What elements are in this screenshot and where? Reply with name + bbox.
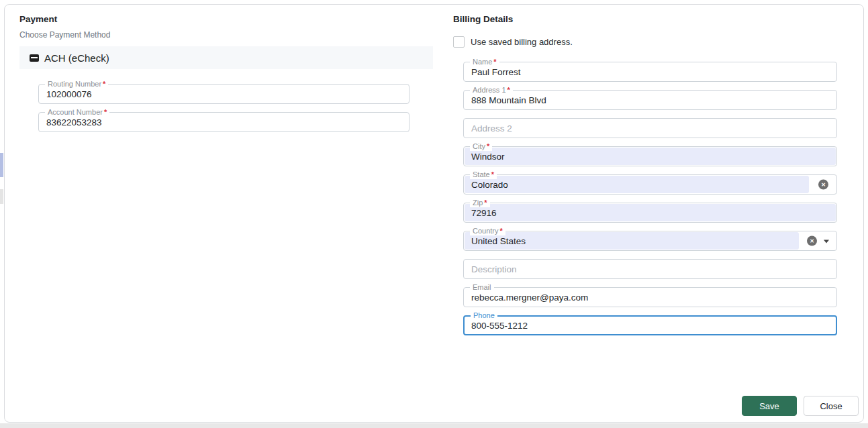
- required-marker: *: [104, 108, 107, 116]
- left-scrollbar-thumb[interactable]: [0, 153, 3, 177]
- field-value-address-1: 888 Mountain Blvd: [471, 95, 546, 105]
- field-label-routing-number: Routing Number*: [45, 80, 108, 89]
- required-marker: *: [491, 170, 494, 178]
- field-value-routing-number: 102000076: [46, 89, 92, 99]
- field-value-name: Paul Forrest: [471, 67, 521, 77]
- payment-fields-group: Routing Number*102000076Account Number*8…: [38, 84, 409, 132]
- field-label-email: Email: [470, 283, 494, 292]
- field-label-account-number: Account Number*: [45, 108, 109, 117]
- payment-section-title: Payment: [19, 14, 57, 24]
- field-label-zip: Zip*: [470, 199, 490, 207]
- field-label-phone: Phone: [471, 311, 497, 320]
- use-saved-address-checkbox[interactable]: [453, 36, 465, 48]
- save-button[interactable]: Save: [742, 396, 797, 416]
- required-marker: *: [103, 80, 105, 88]
- required-marker: *: [500, 227, 503, 235]
- autofill-highlight: [465, 204, 836, 221]
- page-background: Payment Choose Payment Method ACH (eChec…: [0, 0, 868, 428]
- field-state[interactable]: State*Colorado✕: [463, 174, 837, 195]
- required-marker: *: [487, 142, 489, 150]
- choose-payment-method-label: Choose Payment Method: [19, 30, 110, 40]
- field-value-phone: 800-555-1212: [471, 321, 528, 331]
- saved-address-row: Use saved billing address.: [453, 36, 573, 48]
- field-email[interactable]: Emailrebecca.mergner@paya.com: [463, 287, 837, 307]
- circle-x-icon[interactable]: ✕: [818, 180, 828, 190]
- field-value-country: United States: [471, 236, 526, 246]
- field-label-country: Country*: [470, 227, 505, 235]
- caret-down-icon[interactable]: [824, 240, 829, 244]
- field-value-city: Windsor: [471, 152, 505, 162]
- field-value-zip: 72916: [471, 208, 497, 218]
- field-placeholder-address-2: Address 2: [471, 123, 512, 133]
- payment-dialog-panel: Payment Choose Payment Method ACH (eChec…: [4, 4, 864, 423]
- field-city[interactable]: City*Windsor: [463, 146, 837, 166]
- required-marker: *: [493, 58, 496, 66]
- field-label-state: State*: [470, 170, 497, 179]
- circle-x-icon[interactable]: ✕: [807, 236, 817, 246]
- field-value-email: rebecca.mergner@paya.com: [471, 292, 588, 303]
- billing-section-title: Billing Details: [453, 14, 513, 24]
- field-phone[interactable]: Phone800-555-1212: [463, 315, 837, 335]
- field-label-address-1: Address 1*: [470, 86, 513, 95]
- field-value-account-number: 83622053283: [46, 117, 102, 127]
- payment-method-ach-row[interactable]: ACH (eCheck): [19, 46, 433, 69]
- field-account-number[interactable]: Account Number*83622053283: [38, 112, 409, 132]
- field-routing-number[interactable]: Routing Number*102000076: [38, 84, 409, 104]
- required-marker: *: [508, 86, 510, 94]
- card-icon: [30, 54, 39, 62]
- use-saved-address-label: Use saved billing address.: [471, 37, 573, 47]
- payment-method-label: ACH (eCheck): [44, 52, 109, 64]
- billing-fields-group: Name*Paul ForrestAddress 1*888 Mountain …: [463, 62, 837, 335]
- field-address-2[interactable]: Address 2: [463, 118, 837, 138]
- autofill-highlight: [465, 148, 836, 165]
- field-placeholder-description: Description: [471, 264, 517, 274]
- field-address-1[interactable]: Address 1*888 Mountain Blvd: [463, 90, 837, 110]
- field-label-name: Name*: [470, 58, 499, 66]
- field-name[interactable]: Name*Paul Forrest: [463, 62, 837, 82]
- field-label-city: City*: [470, 142, 492, 151]
- bottom-edge: [0, 423, 868, 428]
- left-scrollbar-track-segment: [0, 189, 3, 204]
- field-zip[interactable]: Zip*72916: [463, 203, 837, 223]
- autofill-highlight: [465, 176, 809, 193]
- field-country[interactable]: Country*United States✕: [463, 231, 837, 251]
- field-description[interactable]: Description: [463, 259, 837, 279]
- close-button[interactable]: Close: [804, 396, 859, 416]
- required-marker: *: [484, 199, 487, 207]
- field-value-state: Colorado: [471, 180, 508, 190]
